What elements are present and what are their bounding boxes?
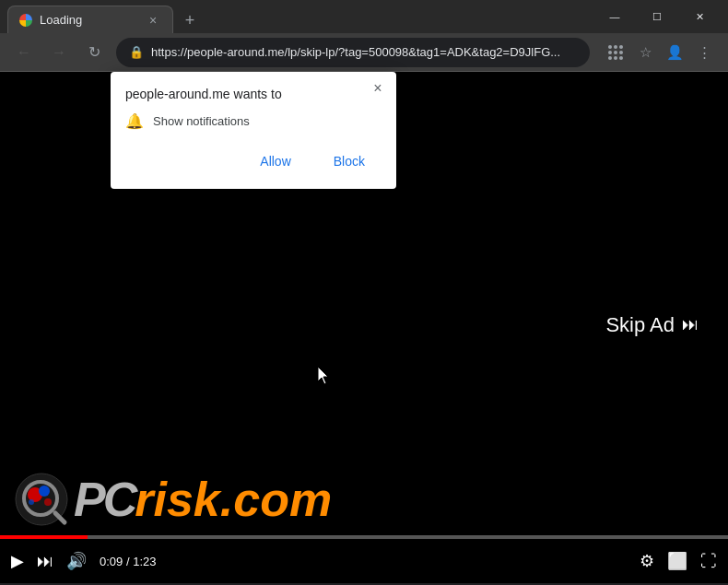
- active-tab[interactable]: Loading ×: [7, 6, 173, 33]
- toolbar-icons: ☆ 👤 ⋮: [603, 40, 717, 65]
- forward-button[interactable]: →: [46, 40, 72, 65]
- svg-point-4: [39, 486, 50, 497]
- bell-icon: 🔔: [125, 112, 144, 130]
- close-button[interactable]: ✕: [678, 0, 721, 33]
- block-button[interactable]: Block: [317, 148, 382, 174]
- browser-chrome: Loading × + — ☐ ✕ ← → ↻ 🔒 https://people…: [0, 0, 728, 72]
- content-area: × people-around.me wants to 🔔 Show notif…: [0, 72, 728, 583]
- refresh-button[interactable]: ↻: [81, 40, 107, 65]
- tab-favicon: [19, 14, 32, 27]
- logo-risk-text: risk.com: [135, 472, 332, 527]
- minimize-button[interactable]: —: [593, 0, 636, 33]
- skip-ad-button[interactable]: Skip Ad ⏭: [585, 300, 719, 350]
- maximize-button[interactable]: ☐: [636, 0, 678, 33]
- progress-fill: [0, 535, 88, 539]
- progress-bar[interactable]: [0, 535, 728, 539]
- play-button[interactable]: ▶: [11, 551, 24, 571]
- time-display: 0:09 / 1:23: [100, 555, 156, 568]
- dot-text: .: [220, 473, 233, 526]
- permission-label: Show notifications: [153, 114, 250, 128]
- next-button[interactable]: ⏭: [37, 552, 53, 571]
- grid-view-button[interactable]: [603, 40, 628, 65]
- skip-ad-icon: ⏭: [682, 315, 699, 334]
- tab-bar: Loading × +: [7, 0, 586, 33]
- popup-permission-row: 🔔 Show notifications: [125, 112, 382, 130]
- grid-icon: [608, 45, 623, 60]
- current-time: 0:09: [100, 555, 123, 568]
- popup-title: people-around.me wants to: [125, 87, 382, 101]
- notification-popup: × people-around.me wants to 🔔 Show notif…: [111, 72, 396, 189]
- watermark: PC risk.com: [13, 471, 332, 528]
- logo-ball-icon: [13, 471, 70, 528]
- lock-icon: 🔒: [129, 45, 144, 59]
- svg-point-5: [44, 498, 52, 506]
- profile-button[interactable]: 👤: [662, 40, 687, 65]
- logo-text: PC risk.com: [74, 472, 332, 527]
- miniplayer-button[interactable]: ⬜: [667, 551, 687, 571]
- svg-point-6: [29, 499, 34, 505]
- skip-ad-text: Skip Ad: [605, 313, 675, 337]
- com-text: com: [233, 473, 332, 526]
- back-button[interactable]: ←: [11, 40, 37, 65]
- new-tab-button[interactable]: +: [177, 7, 203, 33]
- svg-line-1: [55, 513, 65, 522]
- total-time: 1:23: [133, 555, 156, 568]
- risk-text: risk: [135, 473, 220, 526]
- controls-row: ▶ ⏭ 🔊 0:09 / 1:23 ⚙ ⬜ ⛶: [0, 539, 728, 583]
- url-bar[interactable]: 🔒 https://people-around.me/lp/skip-lp/?t…: [116, 38, 590, 67]
- logo-pc-text: PC: [74, 472, 135, 527]
- window-controls: — ☐ ✕: [593, 0, 721, 33]
- more-options-button[interactable]: ⋮: [691, 40, 717, 65]
- address-bar: ← → ↻ 🔒 https://people-around.me/lp/skip…: [0, 33, 728, 72]
- popup-buttons: Allow Block: [125, 148, 382, 174]
- title-bar: Loading × + — ☐ ✕: [0, 0, 728, 33]
- volume-button[interactable]: 🔊: [66, 551, 87, 571]
- settings-button[interactable]: ⚙: [640, 551, 654, 571]
- url-text: https://people-around.me/lp/skip-lp/?tag…: [151, 45, 577, 59]
- video-controls: ▶ ⏭ 🔊 0:09 / 1:23 ⚙ ⬜ ⛶: [0, 535, 728, 583]
- fullscreen-button[interactable]: ⛶: [700, 552, 717, 571]
- tab-title: Loading: [40, 13, 137, 27]
- bookmark-button[interactable]: ☆: [632, 40, 658, 65]
- tab-close-button[interactable]: ×: [145, 12, 161, 29]
- popup-close-button[interactable]: ×: [369, 79, 387, 98]
- allow-button[interactable]: Allow: [243, 148, 307, 174]
